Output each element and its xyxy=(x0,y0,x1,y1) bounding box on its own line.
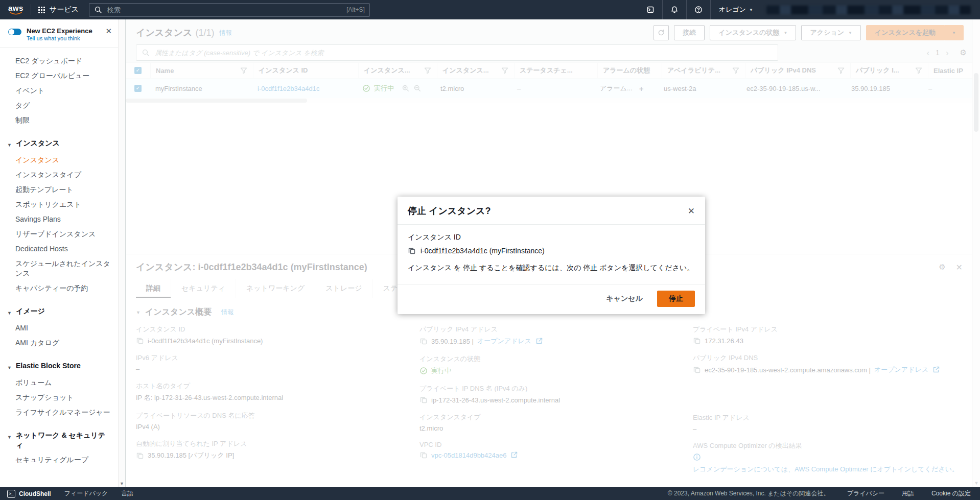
modal-message: インスタンス を 停止 することを確認するには、次の 停止 ボタンを選択してくだ… xyxy=(408,264,695,273)
notifications-button[interactable] xyxy=(662,0,686,19)
sidebar-nav: EC2 ダッシュボード EC2 グローバルビュー イベント タグ 制限 ▼インス… xyxy=(0,47,125,467)
navbar-right: オレゴン ▼ xyxy=(639,0,980,19)
modal-title: 停止 インスタンス? xyxy=(408,205,491,217)
sidebar-item-limits[interactable]: 制限 xyxy=(0,113,125,128)
bell-icon xyxy=(670,6,679,14)
new-ec2-experience-banner: New EC2 Experience Tell us what you thin… xyxy=(0,19,125,47)
sidebar-item-spot-requests[interactable]: スポットリクエスト xyxy=(0,197,125,212)
sidebar-item-reserved-instances[interactable]: リザーブドインスタンス xyxy=(0,227,125,242)
copy-icon[interactable] xyxy=(408,247,416,255)
modal-close-icon[interactable]: ✕ xyxy=(688,206,695,217)
global-search-box[interactable]: [Alt+S] xyxy=(89,3,370,17)
footer-feedback-link[interactable]: フィードバック xyxy=(64,489,108,498)
account-menu-redacted[interactable] xyxy=(766,6,971,14)
sidebar-item-ami-catalog[interactable]: AMI カタログ xyxy=(0,336,125,350)
footer-terms-link[interactable]: 用語 xyxy=(902,489,914,498)
new-experience-feedback-link[interactable]: Tell us what you think xyxy=(27,35,92,41)
sidebar-section-ebs[interactable]: ▼Elastic Block Store xyxy=(0,359,125,375)
sidebar-item-security-groups[interactable]: セキュリティグループ xyxy=(0,453,125,467)
sidebar-section-instances[interactable]: ▼インスタンス xyxy=(0,136,125,153)
footer-cloudshell-button[interactable]: >_ CloudShell xyxy=(7,490,51,498)
sidebar-item-dedicated-hosts[interactable]: Dedicated Hosts xyxy=(0,242,125,256)
modal-instance-id-label: インスタンス ID xyxy=(408,233,695,242)
sidebar-section-network-security[interactable]: ▼ネットワーク & セキュリティ xyxy=(0,428,125,453)
sidebar-item-snapshots[interactable]: スナップショット xyxy=(0,390,125,405)
sidebar-scrollbar[interactable]: ▼ xyxy=(118,19,125,487)
sidebar-item-ec2-global-view[interactable]: EC2 グローバルビュー xyxy=(0,68,125,83)
cloudshell-terminal-icon xyxy=(646,6,655,14)
apps-grid-icon xyxy=(38,7,45,13)
stop-instance-modal: 停止 インスタンス? ✕ インスタンス ID i-0cdf1f1e2b34a4d… xyxy=(398,197,705,314)
triangle-down-icon: ▼ xyxy=(7,363,12,373)
sidebar-item-launch-templates[interactable]: 起動テンプレート xyxy=(0,182,125,197)
sidebar-item-volumes[interactable]: ボリューム xyxy=(0,375,125,390)
triangle-down-icon: ▼ xyxy=(7,308,12,318)
footer-copyright: © 2023, Amazon Web Services, Inc. またはその関… xyxy=(668,489,830,498)
sidebar-item-savings-plans[interactable]: Savings Plans xyxy=(0,212,125,227)
search-icon xyxy=(94,6,102,14)
stop-button[interactable]: 停止 xyxy=(657,291,695,307)
cloudshell-terminal-icon: >_ xyxy=(7,490,15,498)
sidebar-section-images[interactable]: ▼イメージ xyxy=(0,304,125,321)
search-shortcut-hint: [Alt+S] xyxy=(346,6,365,13)
cancel-button[interactable]: キャンセル xyxy=(603,294,646,304)
sidebar-item-scheduled-instances[interactable]: スケジュールされたインスタンス xyxy=(0,256,125,281)
ec2-console-screen: aws サービス [Alt+S] オレゴン ▼ xyxy=(0,0,980,500)
triangle-down-icon: ▼ xyxy=(7,433,12,450)
footer-privacy-link[interactable]: プライバシー xyxy=(847,489,884,498)
sidebar-item-ec2-dashboard[interactable]: EC2 ダッシュボード xyxy=(0,54,125,68)
new-experience-toggle[interactable] xyxy=(8,29,21,35)
region-label: オレゴン xyxy=(719,5,746,14)
sidebar: New EC2 Experience Tell us what you thin… xyxy=(0,19,126,487)
footer-cookie-link[interactable]: Cookie の設定 xyxy=(931,489,971,498)
aws-smile-icon xyxy=(9,12,22,15)
region-selector[interactable]: オレゴン ▼ xyxy=(710,0,761,19)
aws-logo-text: aws xyxy=(8,5,24,12)
chevron-down-icon: ▼ xyxy=(749,8,753,12)
triangle-down-icon: ▼ xyxy=(7,140,12,150)
sidebar-item-events[interactable]: イベント xyxy=(0,83,125,98)
sidebar-item-ami[interactable]: AMI xyxy=(0,321,125,336)
sidebar-item-tags[interactable]: タグ xyxy=(0,98,125,113)
cloudshell-button[interactable] xyxy=(639,0,662,19)
services-menu-button[interactable]: サービス xyxy=(31,0,86,19)
new-experience-title: New EC2 Experience xyxy=(27,27,92,35)
services-label: サービス xyxy=(50,5,79,14)
sidebar-item-lifecycle-manager[interactable]: ライフサイクルマネージャー xyxy=(0,405,125,420)
sidebar-item-instance-types[interactable]: インスタンスタイプ xyxy=(0,168,125,182)
modal-instance-id-value: i-0cdf1f1e2b34a4d1c (myFirstInstance) xyxy=(421,247,545,255)
help-button[interactable] xyxy=(686,0,710,19)
footer-bar: >_ CloudShell フィードバック 言語 © 2023, Amazon … xyxy=(0,487,980,500)
help-icon xyxy=(694,6,703,14)
sidebar-item-capacity-reservations[interactable]: キャパシティーの予約 xyxy=(0,281,125,296)
global-search-input[interactable] xyxy=(106,6,342,14)
scroll-down-arrow-icon: ▼ xyxy=(120,481,124,486)
sidebar-item-instances[interactable]: インスタンス xyxy=(0,153,125,168)
top-navbar: aws サービス [Alt+S] オレゴン ▼ xyxy=(0,0,980,19)
footer-language-link[interactable]: 言語 xyxy=(121,489,133,498)
aws-logo[interactable]: aws xyxy=(8,5,24,15)
close-icon[interactable]: ✕ xyxy=(105,27,112,36)
